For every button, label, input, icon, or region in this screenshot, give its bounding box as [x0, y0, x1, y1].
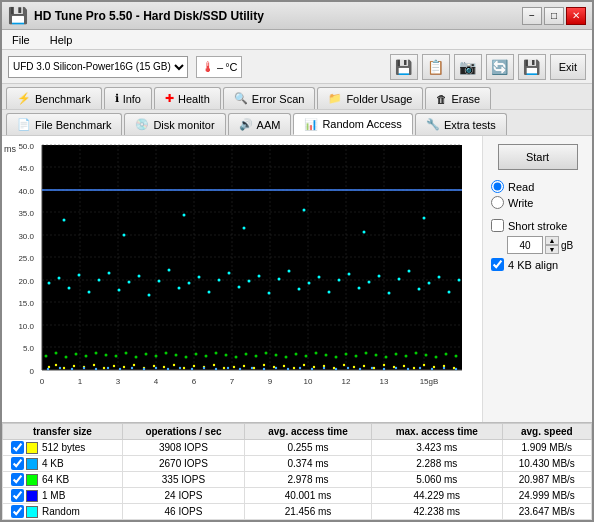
- svg-point-99: [158, 280, 161, 283]
- svg-point-181: [71, 368, 73, 370]
- svg-point-94: [108, 272, 111, 275]
- svg-point-170: [375, 354, 378, 357]
- menu-file[interactable]: File: [8, 32, 34, 48]
- svg-point-213: [455, 368, 457, 370]
- maximize-button[interactable]: □: [544, 7, 564, 25]
- svg-point-54: [123, 366, 125, 368]
- row-color-2: [26, 474, 38, 486]
- toolbar-btn-3[interactable]: 📷: [454, 54, 482, 80]
- svg-point-77: [353, 366, 355, 368]
- content-area: ms 50.0 45.0 40.0 35.0: [2, 136, 592, 520]
- svg-point-100: [168, 269, 171, 272]
- row-checkbox-4[interactable]: [11, 505, 24, 518]
- stroke-value-input[interactable]: [507, 236, 543, 254]
- tab-file-benchmark[interactable]: 📄 File Benchmark: [6, 113, 122, 135]
- checkbox-group: Short stroke ▲ ▼ gB 4 KB align: [491, 219, 584, 271]
- svg-point-114: [308, 282, 311, 285]
- row-checkbox-2[interactable]: [11, 473, 24, 486]
- cell-label-3: 1 MB: [3, 488, 123, 504]
- close-button[interactable]: ✕: [566, 7, 586, 25]
- svg-text:0: 0: [40, 377, 45, 386]
- svg-point-120: [368, 281, 371, 284]
- tab-folder-usage[interactable]: 📁 Folder Usage: [317, 87, 423, 109]
- svg-point-137: [45, 355, 48, 358]
- svg-point-72: [303, 364, 305, 366]
- svg-point-70: [283, 365, 285, 367]
- svg-point-189: [167, 368, 169, 370]
- col-header-avg-speed: avg. speed: [502, 424, 591, 440]
- radio-write-input[interactable]: [491, 196, 504, 209]
- chart-svg: ms 50.0 45.0 40.0 35.0: [4, 140, 469, 390]
- svg-point-85: [433, 366, 435, 368]
- window-title: HD Tune Pro 5.50 - Hard Disk/SSD Utility: [34, 9, 264, 23]
- spin-buttons: ▲ ▼: [545, 236, 559, 254]
- minimize-button[interactable]: −: [522, 7, 542, 25]
- svg-point-185: [119, 368, 121, 370]
- tab-health[interactable]: ✚ Health: [154, 87, 221, 109]
- tab-error-scan[interactable]: 🔍 Error Scan: [223, 87, 316, 109]
- cell-max-access-1: 2.288 ms: [371, 456, 502, 472]
- radio-write[interactable]: Write: [491, 196, 584, 209]
- radio-read-input[interactable]: [491, 180, 504, 193]
- svg-point-125: [418, 288, 421, 291]
- gb-label: gB: [561, 240, 573, 251]
- svg-point-174: [415, 352, 418, 355]
- svg-point-169: [365, 352, 368, 355]
- row-checkbox-1[interactable]: [11, 457, 24, 470]
- svg-point-93: [98, 279, 101, 282]
- svg-point-111: [278, 278, 281, 281]
- svg-text:7: 7: [230, 377, 235, 386]
- exit-button[interactable]: Exit: [550, 54, 586, 80]
- cell-label-2: 64 KB: [3, 472, 123, 488]
- toolbar-btn-5[interactable]: 💾: [518, 54, 546, 80]
- svg-point-84: [423, 364, 425, 366]
- toolbar-btn-2[interactable]: 📋: [422, 54, 450, 80]
- svg-point-186: [131, 367, 133, 369]
- tabs-row-2: 📄 File Benchmark 💿 Disk monitor 🔊 AAM 📊 …: [2, 110, 592, 136]
- extra-tests-icon: 🔧: [426, 118, 440, 131]
- svg-point-83: [413, 367, 415, 369]
- svg-point-177: [445, 353, 448, 356]
- short-stroke-checkbox[interactable]: [491, 219, 504, 232]
- svg-point-162: [295, 353, 298, 356]
- svg-point-130: [63, 219, 66, 222]
- svg-point-204: [347, 367, 349, 369]
- start-button[interactable]: Start: [498, 144, 578, 170]
- spin-down[interactable]: ▼: [545, 245, 559, 254]
- svg-point-140: [75, 353, 78, 356]
- svg-point-167: [345, 353, 348, 356]
- row-checkbox-3[interactable]: [11, 489, 24, 502]
- menu-help[interactable]: Help: [46, 32, 77, 48]
- svg-point-136: [423, 217, 426, 220]
- row-label-text-0: 512 bytes: [42, 442, 85, 453]
- spin-up[interactable]: ▲: [545, 236, 559, 245]
- 4kb-align-checkbox[interactable]: [491, 258, 504, 271]
- svg-point-61: [193, 365, 195, 367]
- tab-aam[interactable]: 🔊 AAM: [228, 113, 292, 135]
- tab-random-access[interactable]: 📊 Random Access: [293, 113, 412, 135]
- tab-erase[interactable]: 🗑 Erase: [425, 87, 491, 109]
- tab-disk-monitor[interactable]: 💿 Disk monitor: [124, 113, 225, 135]
- svg-point-117: [338, 279, 341, 282]
- svg-point-139: [65, 356, 68, 359]
- device-select[interactable]: UFD 3.0 Silicon-Power16G (15 GB): [8, 56, 188, 78]
- svg-point-110: [268, 292, 271, 295]
- tab-info[interactable]: ℹ Info: [104, 87, 152, 109]
- toolbar-btn-4[interactable]: 🔄: [486, 54, 514, 80]
- tab-benchmark[interactable]: ⚡ Benchmark: [6, 87, 102, 109]
- toolbar-btn-1[interactable]: 💾: [390, 54, 418, 80]
- right-panel: Start Read Write Short stroke: [482, 136, 592, 422]
- error-scan-icon: 🔍: [234, 92, 248, 105]
- svg-point-168: [355, 355, 358, 358]
- row-checkbox-0[interactable]: [11, 441, 24, 454]
- svg-point-109: [258, 275, 261, 278]
- svg-point-201: [311, 368, 313, 370]
- radio-read[interactable]: Read: [491, 180, 584, 193]
- cell-avg-speed-4: 23.647 MB/s: [502, 504, 591, 520]
- svg-point-129: [458, 279, 461, 282]
- svg-point-141: [85, 355, 88, 358]
- svg-point-76: [343, 364, 345, 366]
- checkbox-short-stroke[interactable]: Short stroke: [491, 219, 584, 232]
- checkbox-4kb-align[interactable]: 4 KB align: [491, 258, 584, 271]
- tab-extra-tests[interactable]: 🔧 Extra tests: [415, 113, 507, 135]
